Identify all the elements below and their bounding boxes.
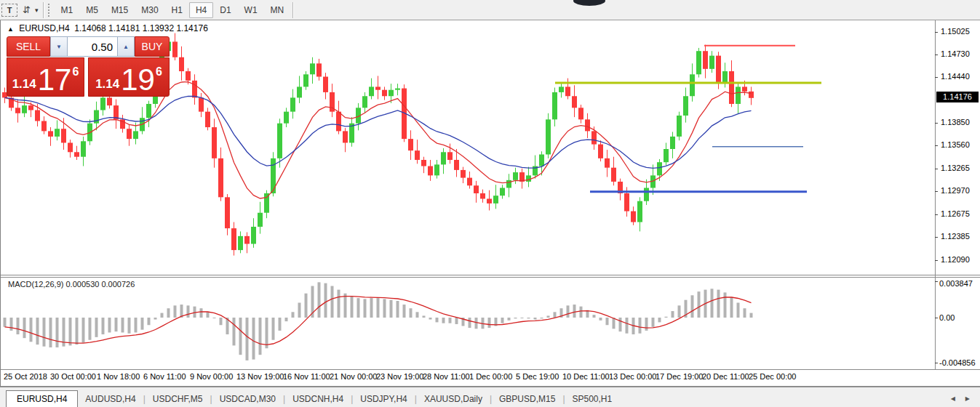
toolbar-separator — [43, 2, 44, 18]
time-axis-label: 25 Oct 2018 — [4, 372, 47, 381]
toolbar-grip-handle[interactable] — [48, 4, 52, 17]
macd-main-value: 0.000530 — [65, 280, 99, 289]
macd-indicator-canvas[interactable] — [1, 278, 935, 369]
time-axis-label: 9 Nov 00:00 — [190, 372, 233, 381]
volume-increase-button[interactable]: ▲ — [117, 36, 135, 57]
timeframe-button-h4[interactable]: H4 — [189, 2, 213, 18]
macd-axis-label: 0.003847 — [939, 279, 973, 288]
tab-scroll-controls: ◀ ▶ — [951, 395, 980, 407]
chart-tab-usdchf-m5[interactable]: USDCHF,M5 — [146, 391, 210, 407]
price-tick — [935, 55, 938, 55]
buy-button[interactable]: BUY — [135, 36, 170, 57]
timeframe-button-h1[interactable]: H1 — [165, 2, 189, 18]
timeframe-button-group: M1M5M15M30H1H4D1W1MN — [55, 2, 291, 18]
macd-tick — [935, 363, 938, 363]
chart-tab-gbpusd-m15[interactable]: GBPUSD,M15 — [492, 391, 562, 407]
top-toolbar: T ⇵ ▾ M1M5M15M30H1H4D1W1MN — [0, 0, 980, 20]
timeframe-button-w1[interactable]: W1 — [238, 2, 264, 18]
tab-scroll-left-icon[interactable]: ◀ — [951, 395, 955, 402]
buy-price-pip: 6 — [156, 65, 162, 78]
text-label-tool-icon[interactable]: T — [1, 4, 17, 17]
price-axis-label: 1.13850 — [941, 118, 970, 126]
timeframe-button-mn[interactable]: MN — [264, 2, 291, 18]
macd-name: MACD(12,26,9) — [8, 280, 63, 289]
time-axis-label: 10 Dec 11:00 — [562, 372, 610, 381]
chart-tab-xauusd-daily[interactable]: XAUUSD,Daily — [417, 391, 490, 407]
timeframe-button-m30[interactable]: M30 — [135, 2, 164, 18]
sell-price-display[interactable]: 1.14 17 6 — [7, 57, 84, 97]
price-axis-label: 1.13560 — [941, 140, 970, 149]
time-axis-label: 13 Nov 19:00 — [236, 372, 284, 381]
price-tick — [935, 123, 938, 124]
chart-tab-usdcnh-h4[interactable]: USDCNH,H4 — [285, 391, 351, 407]
arrange-arrows-icon[interactable]: ⇵ — [19, 3, 33, 17]
sell-button[interactable]: SELL — [7, 36, 50, 57]
price-axis-label: 1.12970 — [941, 186, 970, 195]
price-axis-label: 1.12675 — [941, 209, 970, 218]
price-axis-label: 1.14440 — [941, 72, 970, 81]
price-axis-label: 1.12385 — [941, 232, 970, 241]
timeframe-button-m1[interactable]: M1 — [55, 2, 80, 18]
volume-decrease-button[interactable]: ▼ — [50, 36, 68, 57]
current-price-badge: 1.14176 — [936, 92, 979, 102]
chart-window: ▲ EURUSD,H4 1.14068 1.14181 1.13932 1.14… — [0, 20, 980, 387]
price-tick — [935, 260, 938, 261]
price-axis-label: 1.14730 — [941, 49, 970, 58]
sell-price-main: 17 — [38, 65, 72, 94]
symbol-triangle-icon: ▲ — [7, 25, 14, 33]
chart-tab-usdcad-m30[interactable]: USDCAD,M30 — [212, 391, 283, 407]
time-axis-label: 20 Dec 11:00 — [702, 372, 749, 381]
time-axis-label: 1 Dec 00:00 — [469, 372, 512, 381]
chart-tab-sp500-h1[interactable]: SP500,H1 — [565, 391, 620, 407]
chart-symbol-label: EURUSD,H4 — [19, 23, 69, 33]
price-axis-label: 1.12090 — [941, 255, 970, 264]
price-tick — [935, 32, 938, 33]
chart-ohlc-header: ▲ EURUSD,H4 1.14068 1.14181 1.13932 1.14… — [7, 23, 208, 33]
buy-price-display[interactable]: 1.14 19 6 — [88, 57, 170, 97]
macd-indicator-label: MACD(12,26,9) 0.000530 0.000726 — [8, 280, 135, 289]
price-tick — [935, 214, 938, 215]
time-axis-label: 5 Dec 19:00 — [516, 372, 559, 381]
macd-axis-label: 0.00 — [939, 313, 955, 322]
time-axis-label: 30 Oct 00:00 — [50, 372, 96, 381]
time-axis-label: 13 Dec 00:00 — [609, 372, 656, 381]
timeframe-button-m5[interactable]: M5 — [79, 2, 105, 18]
time-axis-label: 28 Nov 11:00 — [423, 372, 470, 381]
one-click-trading-panel: SELL ▼ ▲ BUY 1.14 17 6 1.14 19 6 — [7, 36, 170, 97]
chevron-down-icon[interactable]: ▾ — [35, 7, 39, 14]
macd-tick — [935, 318, 938, 318]
price-tick — [935, 145, 938, 146]
chart-tab-audusd-h4[interactable]: AUDUSD,H4 — [78, 391, 143, 407]
macd-axis-label: -0.004856 — [939, 358, 976, 367]
price-tick — [935, 77, 938, 78]
time-axis-label: 17 Dec 19:00 — [656, 372, 703, 381]
chart-tab-bar: EURUSD,H4AUDUSD,H4|USDCHF,M5|USDCAD,M30|… — [0, 387, 980, 407]
price-tick — [935, 191, 938, 192]
chart-tab-eurusd-h4[interactable]: EURUSD,H4 — [6, 390, 78, 407]
volume-input[interactable] — [68, 36, 117, 57]
toolbar-separator — [292, 2, 294, 18]
macd-tick — [935, 281, 938, 282]
timeframe-button-d1[interactable]: D1 — [213, 2, 237, 18]
price-axis-label: 1.13265 — [941, 164, 970, 172]
time-axis-separator — [1, 369, 980, 370]
time-axis-label: 21 Nov 00:00 — [330, 372, 377, 381]
chart-tab-usdjpy-h4[interactable]: USDJPY,H4 — [353, 391, 414, 407]
sell-price-pip: 6 — [72, 65, 79, 78]
macd-signal-value: 0.000726 — [101, 280, 135, 289]
time-axis-label: 16 Nov 11:00 — [283, 372, 330, 381]
buy-price-main: 19 — [121, 65, 155, 94]
price-tick — [935, 237, 938, 238]
time-axis-label: 1 Nov 18:00 — [97, 372, 140, 381]
time-axis-label: 6 Nov 11:00 — [143, 372, 186, 381]
price-tick — [935, 169, 938, 169]
chart-ohlc-values: 1.14068 1.14181 1.13932 1.14176 — [74, 23, 208, 33]
price-axis-label: 1.15025 — [941, 27, 970, 36]
sell-price-prefix: 1.14 — [12, 77, 36, 92]
timeframe-button-m15[interactable]: M15 — [105, 2, 135, 18]
time-axis-label: 23 Nov 19:00 — [376, 372, 423, 381]
buy-price-prefix: 1.14 — [95, 77, 119, 92]
tab-scroll-right-icon[interactable]: ▶ — [965, 395, 970, 402]
chart-tabs: EURUSD,H4AUDUSD,H4|USDCHF,M5|USDCAD,M30|… — [0, 390, 619, 407]
time-axis-label: 25 Dec 00:00 — [749, 372, 796, 381]
